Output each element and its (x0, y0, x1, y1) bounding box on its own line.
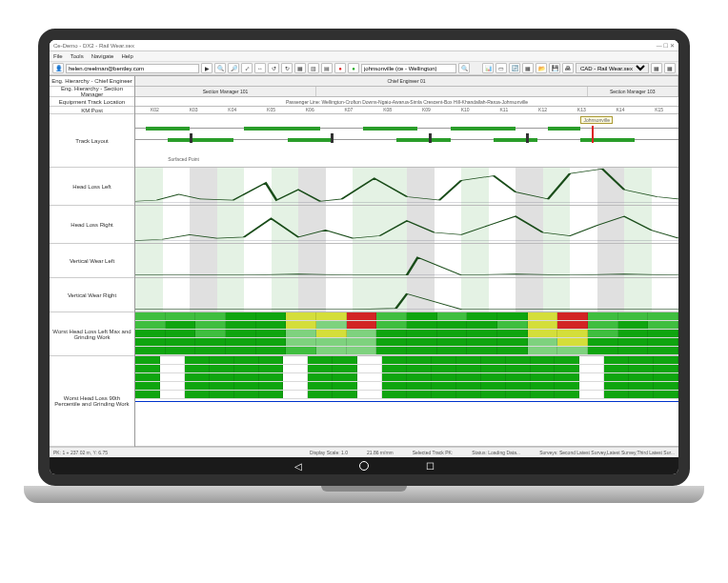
chart-icon[interactable]: 📊 (482, 63, 494, 73)
toolbar-btn[interactable]: ▦ (294, 63, 306, 73)
toolbar-btn[interactable]: ↺ (268, 63, 279, 73)
recents-icon[interactable]: ☐ (426, 461, 435, 472)
back-icon[interactable]: ◁ (294, 461, 302, 472)
home-icon[interactable] (359, 461, 369, 471)
main-area: Eng. Hierarchy - Chief Engineer Eng. Hie… (50, 75, 678, 447)
hierarchy-row: Equipment Track Location (50, 97, 134, 107)
window-controls[interactable]: — ☐ ✕ (657, 42, 675, 49)
toolbar-btn[interactable]: ▦ (664, 63, 676, 73)
toolbar-btn[interactable]: ▦ (651, 63, 662, 73)
menu-navigate[interactable]: Navigate (91, 53, 114, 59)
route-band: Passenger Line: Wellington-Crofton Downs… (135, 97, 678, 107)
sidebar: Eng. Hierarchy - Chief Engineer Eng. Hie… (50, 76, 135, 447)
chief-engineer-band: Chief Engineer 01 (135, 76, 678, 87)
search-icon[interactable]: 🔍 (458, 63, 470, 73)
toolbar-btn[interactable]: ⤢ (241, 63, 253, 73)
status-surveys: Surveys: Second Latest Survey,Latest Sur… (539, 450, 675, 455)
status-loading: Status: Loading Data... (472, 450, 520, 455)
track-layout-chart[interactable]: Surfaced Point Johnsonville (135, 114, 678, 168)
toolbar-btn[interactable]: ● (334, 63, 346, 73)
chart-area[interactable]: Chief Engineer 01 Section Manager 101 Se… (135, 76, 678, 447)
toolbar-row-1: 👤 ▶ 🔍 🔎 ⤢ ↔ ↺ ↻ ▦ ▥ ▤ ● ● 🔍 📊 ▭ 🔄 ▦ 📂 💾 … (50, 62, 678, 75)
status-scale: Display Scale: 1.0 (310, 450, 348, 455)
status-selected: Selected Track PK: (413, 450, 454, 455)
toolbar-btn[interactable]: ▶ (201, 63, 212, 73)
row-label: Worst Head Loss Left Max and Grinding Wo… (50, 312, 134, 356)
row-label: Vertical Wear Left (50, 244, 134, 278)
section-manager-band: Section Manager 101 Section Manager 103 (135, 87, 678, 97)
status-pos: PK: 1 + 237.02 m, Y: 6.75 (53, 450, 108, 455)
section-label (316, 87, 588, 96)
row-label: Worst Head Loss 90th Percentile and Grin… (50, 356, 134, 447)
device-nav-bar: ◁ ☐ (50, 457, 678, 474)
toolbar-btn[interactable]: ↔ (254, 63, 266, 73)
toolbar-btn[interactable]: 🔍 (214, 63, 226, 73)
menu-file[interactable]: File (53, 53, 63, 59)
toolbar-btn[interactable]: 👤 (52, 63, 64, 73)
chart-vertical-wear-right[interactable] (135, 278, 678, 312)
toolbar-btn[interactable]: ▦ (522, 63, 534, 73)
window-titlebar: Ce-Demo - DX2 - Rail Wear.xex — ☐ ✕ (50, 40, 678, 51)
menu-tools[interactable]: Tools (71, 53, 84, 59)
track-bottom-label: Surfaced Point (168, 156, 199, 162)
location-field[interactable] (361, 64, 456, 73)
status-hscale: 21.86 m/mm (367, 450, 394, 455)
toolbar-btn[interactable]: ▭ (495, 63, 507, 73)
menu-bar[interactable]: File Tools Navigate Help (50, 51, 678, 62)
toolbar-btn[interactable]: 📂 (536, 63, 547, 73)
km-ticks: K02K03K04K05K06K07K08K09K10K11K12K13K14K… (135, 107, 678, 114)
hierarchy-row: Eng. Hierarchy - Section Manager (50, 87, 134, 97)
toolbar-btn[interactable]: ● (348, 63, 359, 73)
row-label: Head Loss Right (50, 206, 134, 244)
row-label: Vertical Wear Right (50, 278, 134, 312)
heatmap-90th-percentile[interactable] (135, 356, 678, 447)
window-title: Ce-Demo - DX2 - Rail Wear.xex (53, 43, 134, 49)
heatmap-worst-head-loss[interactable] (135, 312, 678, 356)
station-label: Johnsonville (580, 116, 613, 124)
layout-select[interactable]: CAD - Rail Wear.xex (576, 63, 649, 73)
menu-help[interactable]: Help (121, 53, 132, 59)
toolbar-btn[interactable]: ▤ (321, 63, 333, 73)
toolbar-btn[interactable]: ▥ (308, 63, 319, 73)
chart-head-loss-left[interactable] (135, 168, 678, 206)
hierarchy-row: KM Post (50, 107, 134, 114)
chief-label: Chief Engineer 01 (135, 76, 678, 86)
chart-vertical-wear-left[interactable] (135, 244, 678, 278)
refresh-icon[interactable]: 🔄 (509, 63, 520, 73)
status-bar: PK: 1 + 237.02 m, Y: 6.75 Display Scale:… (50, 447, 678, 457)
app-window: Ce-Demo - DX2 - Rail Wear.xex — ☐ ✕ File… (50, 40, 678, 457)
chart-head-loss-right[interactable] (135, 206, 678, 244)
laptop-base (24, 486, 704, 503)
user-email-field[interactable] (66, 64, 199, 73)
section-label: Section Manager 103 (588, 87, 679, 96)
save-icon[interactable]: 💾 (549, 63, 560, 73)
row-label: Track Layout (50, 114, 134, 168)
section-label: Section Manager 101 (135, 87, 316, 96)
toolbar-btn[interactable]: 🖶 (562, 63, 574, 73)
toolbar-btn[interactable]: 🔎 (228, 63, 239, 73)
toolbar-btn[interactable]: ↻ (281, 63, 293, 73)
row-label: Head Loss Left (50, 168, 134, 206)
